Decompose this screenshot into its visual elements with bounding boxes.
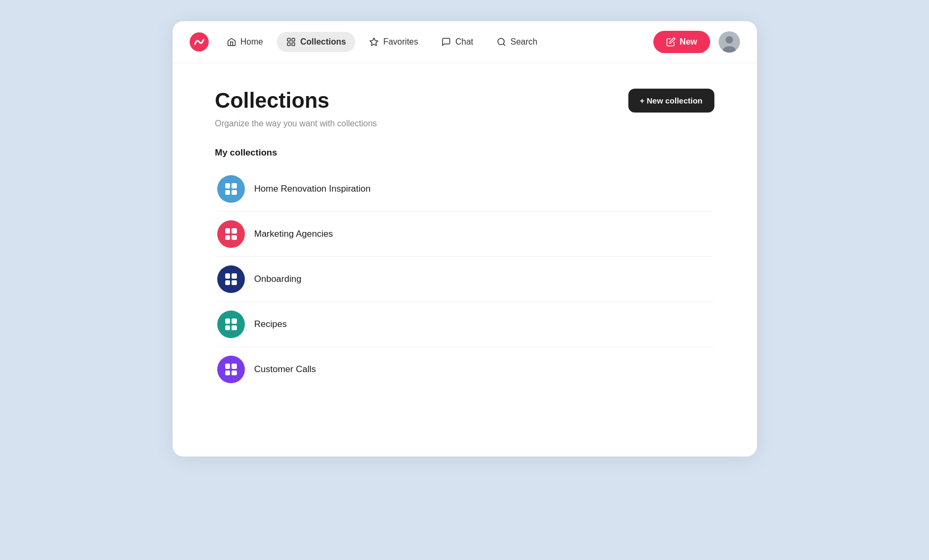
nav-item-chat[interactable]: Chat: [432, 32, 483, 52]
page-header: Collections + New collection: [215, 89, 714, 113]
pencil-icon: [666, 37, 676, 47]
my-collections-heading: My collections: [215, 148, 714, 158]
chat-icon: [441, 37, 451, 47]
collection-icon: [217, 175, 245, 203]
home-icon: [227, 37, 236, 47]
collection-item[interactable]: Onboarding: [215, 257, 714, 302]
nav-search-label: Search: [510, 37, 538, 47]
user-avatar[interactable]: [719, 31, 740, 53]
collection-name: Home Renovation Inspiration: [254, 184, 371, 194]
collection-icon: [217, 265, 245, 293]
collection-item[interactable]: Customer Calls: [215, 347, 714, 392]
navbar: Home Collections Favorites Chat: [173, 21, 757, 63]
collection-item[interactable]: Marketing Agencies: [215, 212, 714, 257]
collection-name: Customer Calls: [254, 364, 316, 375]
collection-item[interactable]: Recipes: [215, 302, 714, 347]
svg-rect-2: [292, 38, 295, 41]
search-icon: [497, 37, 506, 47]
collections-list: Home Renovation Inspiration Marketing Ag…: [215, 167, 714, 392]
page-subtitle: Organize the way you want with collectio…: [215, 119, 714, 128]
nav-item-search[interactable]: Search: [487, 32, 547, 52]
star-icon: [369, 37, 379, 47]
collection-name: Onboarding: [254, 274, 302, 285]
grid-icon: [225, 183, 237, 195]
nav-item-favorites[interactable]: Favorites: [360, 32, 428, 52]
collections-nav-icon: [286, 37, 296, 47]
grid-icon: [225, 273, 237, 285]
main-content: Collections + New collection Organize th…: [173, 63, 757, 417]
grid-icon: [225, 364, 237, 375]
nav-item-collections[interactable]: Collections: [277, 32, 355, 52]
svg-line-7: [504, 44, 505, 45]
new-button-label: New: [680, 37, 697, 47]
page-title: Collections: [215, 89, 330, 113]
svg-marker-5: [370, 38, 378, 46]
app-container: Home Collections Favorites Chat: [173, 21, 757, 456]
collection-name: Marketing Agencies: [254, 229, 333, 239]
nav-chat-label: Chat: [455, 37, 473, 47]
nav-favorites-label: Favorites: [383, 37, 418, 47]
svg-rect-1: [287, 38, 290, 41]
grid-icon: [225, 228, 237, 240]
svg-rect-3: [287, 43, 290, 46]
collection-item[interactable]: Home Renovation Inspiration: [215, 167, 714, 212]
collection-name: Recipes: [254, 319, 287, 330]
nav-collections-label: Collections: [300, 37, 346, 47]
nav-home-label: Home: [241, 37, 263, 47]
new-collection-label: + New collection: [640, 96, 703, 105]
svg-point-9: [726, 36, 733, 44]
nav-item-home[interactable]: Home: [217, 32, 273, 52]
collection-icon: [217, 220, 245, 248]
collection-icon: [217, 311, 245, 338]
svg-rect-4: [292, 43, 295, 46]
app-logo: [190, 32, 209, 51]
new-collection-button[interactable]: + New collection: [628, 89, 714, 113]
grid-icon: [225, 318, 237, 330]
collection-icon: [217, 356, 245, 383]
new-button[interactable]: New: [653, 31, 710, 53]
